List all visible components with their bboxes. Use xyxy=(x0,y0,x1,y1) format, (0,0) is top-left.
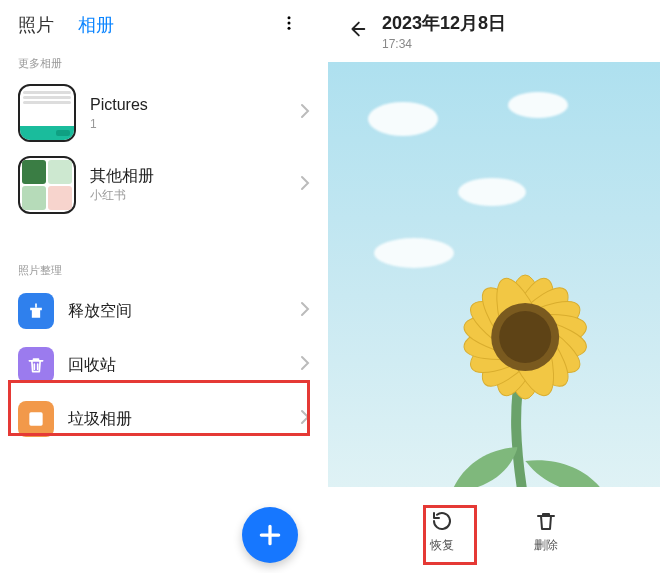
tabs-row: 照片 相册 xyxy=(0,0,328,50)
preview-time: 17:34 xyxy=(382,37,506,51)
photo-preview-panel: 2023年12月8日 17:34 xyxy=(328,0,660,573)
chevron-right-icon xyxy=(300,355,310,375)
svg-point-2 xyxy=(288,27,291,30)
broom-icon xyxy=(18,293,54,329)
section-more-albums: 更多相册 xyxy=(0,50,328,77)
manage-label: 回收站 xyxy=(68,355,300,376)
restore-button[interactable]: 恢复 xyxy=(430,509,454,554)
manage-junk-album[interactable]: 垃圾相册 xyxy=(0,392,328,446)
trash-icon xyxy=(18,347,54,383)
more-menu-icon[interactable] xyxy=(280,14,298,36)
chevron-right-icon xyxy=(300,301,310,321)
preview-header: 2023年12月8日 17:34 xyxy=(328,0,660,62)
svg-point-15 xyxy=(499,311,551,363)
album-count: 1 xyxy=(90,117,300,131)
preview-photo[interactable] xyxy=(328,62,660,487)
albums-panel: 照片 相册 更多相册 Pictures 1 其他相册 小红书 照片整 xyxy=(0,0,328,573)
preview-date: 2023年12月8日 xyxy=(382,11,506,35)
tab-albums[interactable]: 相册 xyxy=(78,13,114,37)
chevron-right-icon xyxy=(300,175,310,195)
delete-label: 删除 xyxy=(534,537,558,554)
preview-actions: 恢复 删除 xyxy=(328,495,660,567)
album-thumb-pictures xyxy=(18,84,76,142)
svg-point-1 xyxy=(288,22,291,25)
album-title: 其他相册 xyxy=(90,166,300,185)
album-thumb-others xyxy=(18,156,76,214)
album-title: Pictures xyxy=(90,95,300,114)
section-manage: 照片整理 xyxy=(0,257,328,284)
chevron-right-icon xyxy=(300,103,310,123)
album-others[interactable]: 其他相册 小红书 xyxy=(0,149,328,221)
svg-rect-3 xyxy=(35,304,37,308)
album-subtitle: 小红书 xyxy=(90,187,300,204)
manage-label: 释放空间 xyxy=(68,301,300,322)
delete-button[interactable]: 删除 xyxy=(534,509,558,554)
back-button[interactable] xyxy=(346,18,368,44)
chevron-right-icon xyxy=(300,409,310,429)
manage-free-space[interactable]: 释放空间 xyxy=(0,284,328,338)
album-pictures[interactable]: Pictures 1 xyxy=(0,77,328,149)
sunflower-image xyxy=(395,217,655,487)
svg-point-0 xyxy=(288,16,291,19)
manage-label: 垃圾相册 xyxy=(68,409,300,430)
manage-recycle-bin[interactable]: 回收站 xyxy=(0,338,328,392)
folder-icon xyxy=(18,401,54,437)
restore-label: 恢复 xyxy=(430,537,454,554)
tab-photos[interactable]: 照片 xyxy=(18,13,54,37)
svg-rect-4 xyxy=(29,412,42,425)
add-button[interactable] xyxy=(242,507,298,563)
